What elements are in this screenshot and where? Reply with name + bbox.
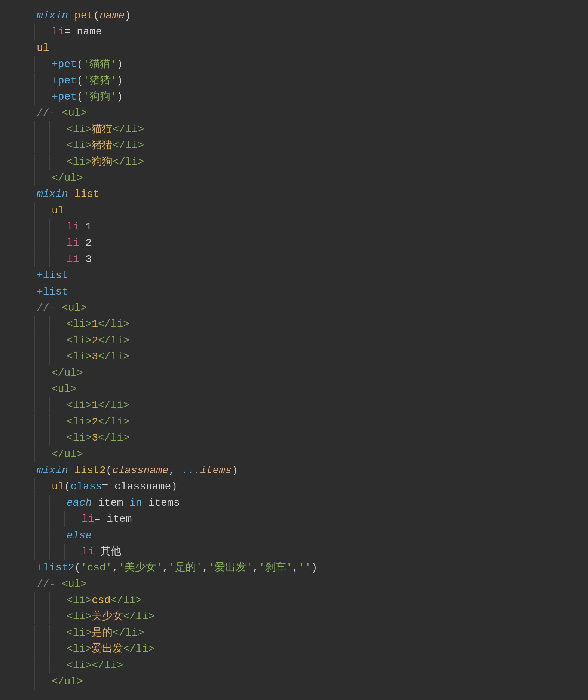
code-line: ul	[0, 203, 588, 219]
token-html-tag: <li>	[67, 332, 92, 349]
indent-bar	[34, 657, 35, 673]
line-content: </ul>	[49, 170, 83, 186]
code-line: +pet('猫猫')	[0, 56, 588, 72]
token-plain: name	[70, 24, 102, 40]
token-html-tag: </li>	[92, 657, 123, 673]
token-html-tag: <li>	[67, 430, 92, 446]
token-comment: //-	[37, 105, 62, 121]
token-param: items	[200, 462, 232, 478]
token-html-tag: </li>	[113, 121, 144, 137]
code-line: each item in items	[0, 495, 588, 511]
code-line: <li>3</li>	[0, 349, 588, 365]
indent-bar	[49, 332, 50, 349]
token-html-tag: <li>	[67, 137, 92, 153]
indent-bar	[34, 430, 35, 446]
code-editor: mixin pet(name)li= nameul+pet('猫猫')+pet(…	[0, 0, 588, 697]
token-punctuation: (	[77, 56, 83, 72]
token-html-content: 2	[92, 332, 98, 349]
token-html-tag: <ul>	[62, 576, 87, 592]
code-line: </ul>	[0, 365, 588, 381]
indent-bar	[49, 137, 50, 153]
code-line: +pet('狗狗')	[0, 89, 588, 105]
indent-bar	[34, 203, 35, 219]
code-line: mixin list2(classname, ...items)	[0, 462, 588, 478]
token-li-kw: li	[52, 24, 64, 40]
indent-bar	[34, 316, 35, 332]
indent-bar	[49, 527, 50, 544]
token-li-kw: li	[82, 511, 94, 527]
line-content: li= item	[79, 511, 132, 527]
token-li-kw: li	[67, 219, 79, 235]
line-content: <li>3</li>	[64, 430, 129, 446]
line-content: li 2	[64, 235, 92, 251]
line-content: <li>美少女</li>	[64, 608, 154, 624]
token-string: '猫猫'	[83, 56, 117, 72]
line-content: <li>2</li>	[64, 332, 129, 349]
token-equals: =	[94, 511, 101, 527]
code-line: //- <ul>	[0, 105, 588, 121]
token-attr-name: class	[70, 478, 102, 494]
indent-bar	[34, 73, 35, 89]
token-html-tag: </li>	[111, 592, 142, 608]
token-plain: 1	[79, 219, 92, 235]
indent-bar	[49, 414, 50, 430]
token-plain: 其他	[94, 544, 122, 560]
token-mixin-call: +pet	[52, 56, 77, 72]
indent-bar	[34, 608, 35, 624]
code-line: li 其他	[0, 544, 588, 560]
code-line: li 1	[0, 219, 588, 235]
token-punctuation: ,	[162, 560, 169, 576]
code-line: <li>爱出发</li>	[0, 641, 588, 657]
token-html-tag: <li>	[67, 349, 92, 365]
token-li-kw: li	[82, 544, 94, 560]
token-tag-name: list2	[74, 462, 106, 478]
token-kw-in: in	[129, 495, 142, 511]
line-content: +list	[34, 267, 68, 283]
indent-bar	[34, 365, 35, 381]
token-punctuation: ,	[252, 560, 259, 576]
token-html-tag: <li>	[67, 608, 92, 624]
token-spread: ...	[181, 462, 200, 478]
line-content: +pet('狗狗')	[49, 89, 123, 105]
token-string: 'csd'	[81, 560, 112, 576]
code-line: <li>美少女</li>	[0, 608, 588, 624]
token-param: name	[99, 7, 125, 24]
indent-bar	[64, 511, 65, 527]
token-tag-name: ul	[37, 40, 49, 56]
token-li-kw: li	[67, 251, 79, 267]
indent-bar	[49, 154, 50, 170]
token-html-tag: </ul>	[52, 170, 83, 186]
indent-bar	[34, 446, 35, 462]
token-html-tag: </li>	[98, 414, 129, 430]
line-content: li 3	[64, 251, 92, 267]
token-html-tag: <ul>	[62, 105, 87, 121]
code-line: +list	[0, 284, 588, 300]
indent-bar	[34, 219, 35, 235]
token-plain	[68, 7, 74, 24]
line-content: </ul>	[49, 365, 83, 381]
code-line: <ul>	[0, 381, 588, 397]
line-content: mixin list	[34, 186, 99, 202]
token-punctuation: )	[125, 7, 131, 24]
line-content: mixin pet(name)	[34, 7, 131, 24]
token-tag-name: ul	[52, 478, 64, 494]
code-line: <li>猪猪</li>	[0, 137, 588, 153]
code-line: </ul>	[0, 446, 588, 462]
token-tag-name: pet	[74, 7, 93, 24]
line-content: else	[64, 527, 92, 544]
token-mixin-call: +list	[37, 284, 68, 300]
indent-bar	[34, 641, 35, 657]
token-punctuation: ,	[202, 560, 209, 576]
indent-bar	[34, 478, 35, 494]
token-punctuation: ,	[169, 462, 181, 478]
token-punctuation: (	[64, 478, 71, 494]
indent-bar	[34, 544, 35, 560]
indent-bar	[34, 625, 35, 641]
indent-bar	[49, 511, 50, 527]
indent-bar	[49, 592, 50, 608]
indent-bar	[34, 592, 35, 608]
token-html-content: 是的	[92, 625, 113, 641]
code-line: li 2	[0, 235, 588, 251]
code-line: <li>3</li>	[0, 430, 588, 446]
token-html-tag: <li>	[67, 397, 92, 413]
